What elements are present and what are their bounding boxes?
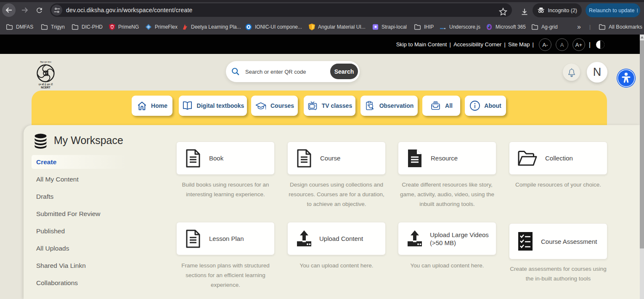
svg-text:एन सी ई आर टी: एन सी ई आर टी [38, 83, 53, 86]
svg-text:शिक्षा द्वारा ज्ञान: शिक्षा द्वारा ज्ञान [40, 61, 51, 63]
svg-text:NCERT: NCERT [41, 86, 50, 89]
